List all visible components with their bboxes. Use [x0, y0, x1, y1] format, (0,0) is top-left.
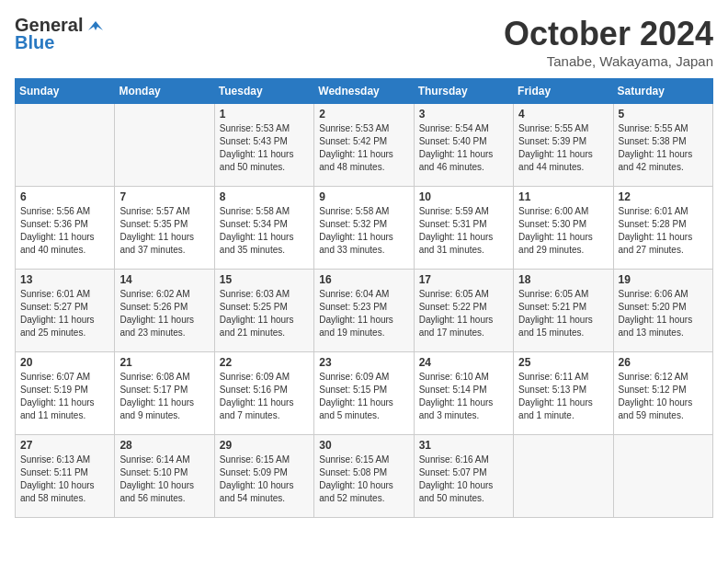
day-info: Sunrise: 6:09 AMSunset: 5:16 PMDaylight:…: [220, 371, 309, 422]
day-info: Sunrise: 6:12 AMSunset: 5:12 PMDaylight:…: [619, 371, 708, 422]
month-title: October 2024: [504, 15, 713, 53]
weekday-header-saturday: Saturday: [613, 79, 712, 104]
calendar-cell: 26Sunrise: 6:12 AMSunset: 5:12 PMDayligh…: [613, 352, 712, 435]
svg-marker-0: [88, 21, 103, 30]
page-header: General Blue October 2024 Tanabe, Wakaya…: [15, 15, 713, 69]
calendar-cell: [514, 435, 613, 518]
day-info: Sunrise: 5:53 AMSunset: 5:42 PMDaylight:…: [319, 122, 408, 174]
day-number: 20: [20, 356, 109, 369]
weekday-header-friday: Friday: [514, 79, 613, 104]
calendar-cell: 27Sunrise: 6:13 AMSunset: 5:11 PMDayligh…: [16, 435, 115, 518]
calendar-cell: 16Sunrise: 6:04 AMSunset: 5:23 PMDayligh…: [314, 270, 414, 352]
calendar-cell: 21Sunrise: 6:08 AMSunset: 5:17 PMDayligh…: [115, 352, 214, 435]
day-number: 11: [518, 190, 608, 203]
calendar-cell: 9Sunrise: 5:58 AMSunset: 5:32 PMDaylight…: [314, 187, 414, 270]
day-number: 7: [119, 190, 209, 203]
day-number: 19: [619, 273, 708, 286]
calendar-week-row: 6Sunrise: 5:56 AMSunset: 5:36 PMDaylight…: [16, 187, 713, 270]
calendar-cell: 3Sunrise: 5:54 AMSunset: 5:40 PMDaylight…: [414, 104, 513, 187]
day-number: 28: [119, 439, 209, 452]
day-number: 30: [319, 439, 408, 452]
day-number: 4: [518, 108, 608, 121]
day-number: 8: [220, 190, 309, 203]
day-number: 25: [518, 356, 608, 369]
day-number: 15: [220, 273, 309, 286]
day-number: 1: [220, 108, 309, 121]
day-info: Sunrise: 6:14 AMSunset: 5:10 PMDaylight:…: [119, 454, 209, 505]
calendar-week-row: 27Sunrise: 6:13 AMSunset: 5:11 PMDayligh…: [16, 435, 713, 518]
day-info: Sunrise: 6:10 AMSunset: 5:14 PMDaylight:…: [419, 371, 508, 422]
weekday-header-wednesday: Wednesday: [314, 79, 414, 104]
day-info: Sunrise: 5:56 AMSunset: 5:36 PMDaylight:…: [20, 205, 109, 257]
day-number: 17: [419, 273, 508, 286]
calendar-cell: 10Sunrise: 5:59 AMSunset: 5:31 PMDayligh…: [414, 187, 513, 270]
calendar-cell: 8Sunrise: 5:58 AMSunset: 5:34 PMDaylight…: [214, 187, 313, 270]
day-info: Sunrise: 5:58 AMSunset: 5:34 PMDaylight:…: [220, 205, 309, 257]
calendar-cell: [115, 104, 214, 187]
day-info: Sunrise: 6:07 AMSunset: 5:19 PMDaylight:…: [20, 371, 109, 422]
logo: General Blue: [15, 15, 105, 53]
day-info: Sunrise: 6:06 AMSunset: 5:20 PMDaylight:…: [619, 288, 708, 339]
day-info: Sunrise: 6:08 AMSunset: 5:17 PMDaylight:…: [119, 371, 209, 422]
day-info: Sunrise: 6:05 AMSunset: 5:22 PMDaylight:…: [419, 288, 508, 339]
day-number: 22: [220, 356, 309, 369]
day-info: Sunrise: 5:58 AMSunset: 5:32 PMDaylight:…: [319, 205, 408, 257]
calendar-cell: 31Sunrise: 6:16 AMSunset: 5:07 PMDayligh…: [414, 435, 513, 518]
location-title: Tanabe, Wakayama, Japan: [504, 53, 713, 69]
calendar-cell: 11Sunrise: 6:00 AMSunset: 5:30 PMDayligh…: [514, 187, 613, 270]
day-info: Sunrise: 6:05 AMSunset: 5:21 PMDaylight:…: [518, 288, 608, 339]
calendar-cell: 24Sunrise: 6:10 AMSunset: 5:14 PMDayligh…: [414, 352, 513, 435]
weekday-header-tuesday: Tuesday: [214, 79, 313, 104]
calendar-week-row: 1Sunrise: 5:53 AMSunset: 5:43 PMDaylight…: [16, 104, 713, 187]
day-info: Sunrise: 6:15 AMSunset: 5:09 PMDaylight:…: [220, 454, 309, 505]
day-info: Sunrise: 6:04 AMSunset: 5:23 PMDaylight:…: [319, 288, 408, 339]
day-number: 14: [119, 273, 209, 286]
day-info: Sunrise: 6:03 AMSunset: 5:25 PMDaylight:…: [220, 288, 309, 339]
day-number: 2: [319, 108, 408, 121]
calendar-cell: 25Sunrise: 6:11 AMSunset: 5:13 PMDayligh…: [514, 352, 613, 435]
day-number: 29: [220, 439, 309, 452]
day-number: 24: [419, 356, 508, 369]
calendar-cell: 6Sunrise: 5:56 AMSunset: 5:36 PMDaylight…: [16, 187, 115, 270]
day-number: 13: [20, 273, 109, 286]
day-number: 26: [619, 356, 708, 369]
day-info: Sunrise: 5:54 AMSunset: 5:40 PMDaylight:…: [419, 122, 508, 174]
day-number: 12: [619, 190, 708, 203]
calendar-cell: 19Sunrise: 6:06 AMSunset: 5:20 PMDayligh…: [613, 270, 712, 352]
calendar-cell: [16, 104, 115, 187]
weekday-header-thursday: Thursday: [414, 79, 513, 104]
day-info: Sunrise: 6:09 AMSunset: 5:15 PMDaylight:…: [319, 371, 408, 422]
calendar-cell: 7Sunrise: 5:57 AMSunset: 5:35 PMDaylight…: [115, 187, 214, 270]
day-info: Sunrise: 5:55 AMSunset: 5:39 PMDaylight:…: [518, 122, 608, 174]
weekday-header-monday: Monday: [115, 79, 214, 104]
day-info: Sunrise: 6:13 AMSunset: 5:11 PMDaylight:…: [20, 454, 109, 505]
calendar-week-row: 13Sunrise: 6:01 AMSunset: 5:27 PMDayligh…: [16, 270, 713, 352]
calendar-table: SundayMondayTuesdayWednesdayThursdayFrid…: [15, 78, 713, 518]
weekday-header-sunday: Sunday: [16, 79, 115, 104]
day-info: Sunrise: 5:53 AMSunset: 5:43 PMDaylight:…: [220, 122, 309, 174]
day-number: 23: [319, 356, 408, 369]
calendar-week-row: 20Sunrise: 6:07 AMSunset: 5:19 PMDayligh…: [16, 352, 713, 435]
day-info: Sunrise: 6:01 AMSunset: 5:27 PMDaylight:…: [20, 288, 109, 339]
calendar-cell: 15Sunrise: 6:03 AMSunset: 5:25 PMDayligh…: [214, 270, 313, 352]
day-number: 10: [419, 190, 508, 203]
day-info: Sunrise: 6:02 AMSunset: 5:26 PMDaylight:…: [119, 288, 209, 339]
calendar-cell: 18Sunrise: 6:05 AMSunset: 5:21 PMDayligh…: [514, 270, 613, 352]
logo-blue: Blue: [15, 32, 54, 53]
day-info: Sunrise: 5:59 AMSunset: 5:31 PMDaylight:…: [419, 205, 508, 257]
day-info: Sunrise: 6:01 AMSunset: 5:28 PMDaylight:…: [619, 205, 708, 257]
day-number: 21: [119, 356, 209, 369]
day-info: Sunrise: 6:00 AMSunset: 5:30 PMDaylight:…: [518, 205, 608, 257]
day-number: 31: [419, 439, 508, 452]
day-number: 16: [319, 273, 408, 286]
day-info: Sunrise: 6:16 AMSunset: 5:07 PMDaylight:…: [419, 454, 508, 505]
calendar-cell: 13Sunrise: 6:01 AMSunset: 5:27 PMDayligh…: [16, 270, 115, 352]
calendar-cell: 14Sunrise: 6:02 AMSunset: 5:26 PMDayligh…: [115, 270, 214, 352]
calendar-cell: 12Sunrise: 6:01 AMSunset: 5:28 PMDayligh…: [613, 187, 712, 270]
calendar-cell: 2Sunrise: 5:53 AMSunset: 5:42 PMDaylight…: [314, 104, 414, 187]
calendar-cell: 4Sunrise: 5:55 AMSunset: 5:39 PMDaylight…: [514, 104, 613, 187]
day-info: Sunrise: 5:57 AMSunset: 5:35 PMDaylight:…: [119, 205, 209, 257]
day-number: 6: [20, 190, 109, 203]
calendar-cell: [613, 435, 712, 518]
day-number: 9: [319, 190, 408, 203]
